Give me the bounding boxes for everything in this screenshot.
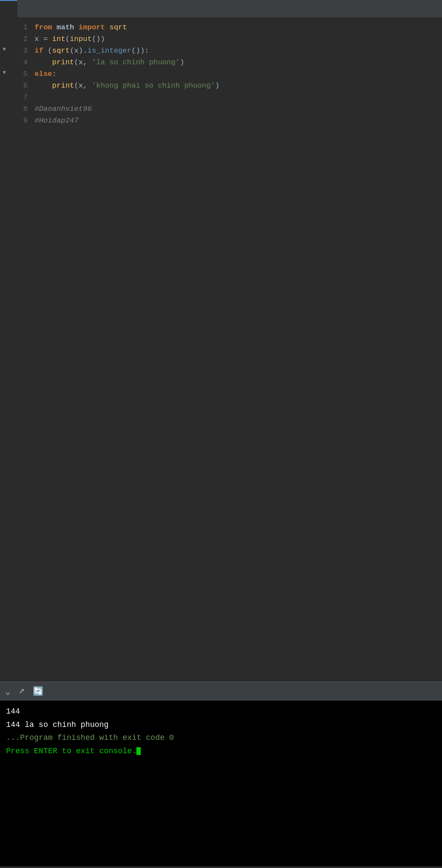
token: ) [215, 80, 219, 91]
code-line-9[interactable]: #Hoidap247 [35, 115, 442, 126]
gutter-arrow-line-6 [0, 79, 9, 91]
code-line-3[interactable]: if (sqrt(x).is_integer()): [35, 45, 442, 57]
token: x [79, 80, 83, 91]
tab-bar [0, 0, 442, 17]
gutter-arrow-line-7 [0, 91, 9, 102]
code-line-4[interactable]: print(x, 'la so chinh phuong') [35, 57, 442, 68]
token: x [35, 33, 39, 45]
token [35, 57, 52, 68]
token: ( [74, 80, 79, 91]
code-line-6[interactable]: print(x, 'khong phai so chinh phuong') [35, 80, 442, 91]
token: int [52, 33, 66, 45]
code-line-5[interactable]: else: [35, 68, 442, 80]
token: ) [180, 57, 184, 68]
token: else [35, 68, 52, 80]
console-line: 144 [6, 705, 436, 718]
token: sqrt [109, 22, 127, 33]
code-line-1[interactable]: from math import sqrt [35, 22, 442, 33]
token: () [131, 45, 140, 57]
restart-icon[interactable]: 🔄 [33, 686, 44, 697]
gutter-arrow-line-2 [0, 32, 9, 44]
token: x [79, 57, 83, 68]
token: input [70, 33, 92, 45]
gutter-arrow-line-9 [0, 114, 9, 126]
token: . [83, 45, 87, 57]
token: if [35, 45, 48, 57]
line-number-3: 3 [9, 45, 28, 57]
token: math [57, 22, 74, 33]
token: ) [101, 33, 105, 45]
token: ): [140, 45, 149, 57]
token: ) [79, 45, 83, 57]
token: from [35, 22, 57, 33]
console-toolbar: ⌄ ➚ 🔄 [0, 682, 442, 701]
gutter-arrow-line-1 [0, 21, 9, 32]
console-line: Press ENTER to exit console. [6, 745, 436, 758]
token [35, 80, 52, 91]
token: 'khong phai so chinh phuong' [92, 80, 215, 91]
line-number-7: 7 [9, 91, 28, 103]
chevron-down-icon[interactable]: ⌄ [5, 686, 10, 697]
line-number-4: 4 [9, 57, 28, 68]
token: print [52, 80, 74, 91]
token: ( [65, 33, 69, 45]
token: ( [74, 57, 79, 68]
gutter-arrows: ▼▼ [0, 21, 9, 682]
token: : [52, 68, 57, 80]
code-line-8[interactable]: #Daoanhviet96 [35, 103, 442, 115]
token: print [52, 57, 74, 68]
tab-main-py[interactable] [0, 0, 17, 17]
token: x [74, 45, 79, 57]
editor-area: ▼▼ 123456789 from math import sqrtx = in… [0, 17, 442, 682]
gutter-arrow-line-3: ▼ [0, 44, 9, 56]
token: #Daoanhviet96 [35, 103, 92, 115]
line-number-9: 9 [9, 115, 28, 126]
console-line: 144 la so chinh phuong [6, 718, 436, 732]
console-panel: ⌄ ➚ 🔄 144144 la so chinh phuong...Progra… [0, 682, 442, 866]
console-line: ...Program finished with exit code 0 [6, 731, 436, 745]
token: ( [70, 45, 74, 57]
line-number-6: 6 [9, 80, 28, 91]
expand-icon[interactable]: ➚ [19, 686, 24, 697]
token: () [92, 33, 101, 45]
token: import [74, 22, 110, 33]
code-line-2[interactable]: x = int(input()) [35, 33, 442, 45]
token: #Hoidap247 [35, 115, 79, 126]
line-number-5: 5 [9, 68, 28, 80]
token: = [39, 33, 52, 45]
gutter-arrow-line-8 [0, 102, 9, 114]
token: , [83, 57, 92, 68]
code-line-7[interactable] [35, 91, 442, 103]
token: sqrt [52, 45, 70, 57]
console-output-area: 144144 la so chinh phuong...Program fini… [0, 701, 442, 866]
code-content[interactable]: from math import sqrtx = int(input())if … [35, 21, 442, 682]
gutter-arrow-line-4 [0, 56, 9, 67]
token: , [83, 80, 92, 91]
line-numbers: 123456789 [9, 21, 35, 682]
console-cursor [136, 747, 141, 755]
token: is_integer [87, 45, 131, 57]
line-number-1: 1 [9, 22, 28, 33]
token: 'la so chinh phuong' [92, 57, 180, 68]
token: ( [48, 45, 52, 57]
line-number-2: 2 [9, 33, 28, 45]
line-number-8: 8 [9, 103, 28, 115]
gutter-arrow-line-5: ▼ [0, 67, 9, 79]
